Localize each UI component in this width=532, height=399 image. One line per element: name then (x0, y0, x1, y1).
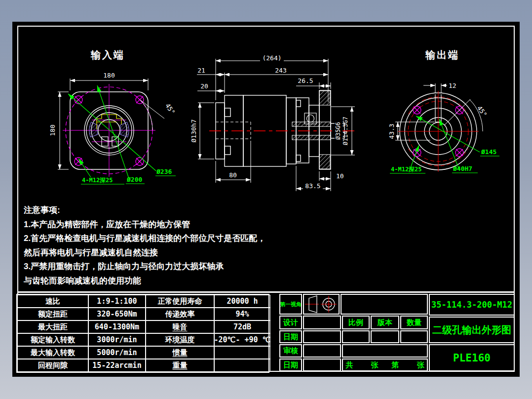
spec-label: 传递效率 (146, 308, 214, 320)
date2-label: 日期 (279, 359, 302, 371)
dim-front: 26.5 (298, 77, 313, 84)
dim-spigot: Ø114.3G7 (342, 117, 349, 145)
first-angle-projection-icon (304, 295, 339, 314)
date2-value-cell (303, 359, 341, 371)
spec-value: 15-22arcmin (88, 359, 146, 372)
dim-pilot: Ø130h7 (190, 120, 197, 143)
spec-label: 速比 (17, 295, 88, 308)
version-label: 版本 (371, 316, 399, 329)
dim-shaft-bore: Ø35G6 (335, 122, 342, 140)
date-label: 日期 (279, 330, 302, 343)
sheet-count-cell: 共 张 第 张 (342, 359, 428, 371)
dim-body: 243 (275, 67, 286, 74)
spec-value: 94% (214, 308, 270, 320)
label-input-bolt-circle: Ø200 (126, 176, 142, 183)
dim-output-angle: 45° (476, 104, 489, 118)
spec-value (214, 346, 270, 359)
audit-value-cell (303, 344, 341, 358)
notes-title: 注意事项: (24, 203, 266, 218)
side-hatching (292, 91, 331, 169)
design-label: 设计 (279, 316, 302, 329)
part-number: 35-114.3-200-M12 (429, 294, 515, 316)
side-hidden-lines (216, 122, 251, 139)
spec-value: 3000r/min (88, 333, 146, 346)
dim-input-height: 180 (49, 124, 56, 136)
date-value-cell (303, 330, 341, 343)
spec-value: 1:9-1:100 (88, 295, 146, 308)
label-output-holes: 4-M12深25 (391, 166, 422, 173)
label-input-holes: 4-M12深25 (82, 177, 113, 184)
cad-viewport: { "colors":{"line":"#ffffff","accent_gre… (0, 0, 532, 399)
dim-overall: (264) (262, 54, 281, 62)
input-view: 180 180 45° Ø236 Ø200 4-M12深25 (49, 72, 176, 184)
spec-value: -20℃- +90 ℃ (214, 333, 270, 346)
note-line: 然后再将电机与行星减速机自然连接 (24, 246, 266, 260)
spec-value: 320-650Nm (88, 308, 146, 320)
scale-value-cell (342, 330, 370, 343)
title-block-blank-cell (341, 294, 428, 315)
quantity-label: 数量 (400, 316, 428, 329)
notes-block: 注意事项: 1.本产品为精密部件，应放在干燥的地方保管 2.首先严格检查电机与行… (24, 203, 266, 288)
model-number: PLE160 (429, 344, 515, 371)
label-output-spigot: Ø145 (481, 148, 496, 156)
output-dimensions (395, 83, 483, 140)
projection-symbol-cell (303, 294, 340, 315)
label-input-outer: Ø236 (156, 168, 172, 175)
dim-motor-len: 80 (229, 171, 237, 179)
note-line: 1.本产品为精密部件，应放在干燥的地方保管 (24, 218, 266, 232)
spec-value: 640-1300Nm (88, 320, 146, 333)
audit-label: 审核 (279, 344, 302, 358)
audit-wide-cell (342, 344, 428, 358)
version-value-cell (371, 330, 399, 343)
quantity-value-cell (400, 330, 428, 343)
spec-label: 环境温度 (146, 333, 214, 346)
label-output-bore: Ø40H7 (453, 165, 472, 172)
spec-label: 噪音 (146, 320, 214, 333)
spec-value (214, 359, 270, 372)
scale-label: 比例 (342, 316, 370, 329)
side-dimensions (197, 59, 355, 191)
dim-keyway-depth: 43.3 (388, 123, 395, 139)
dim-plate: 20 (200, 82, 208, 90)
first-angle-label: 第一视角 (279, 294, 302, 315)
spec-value: 20000 h (214, 295, 270, 308)
output-view: 12 43.3 45° Ø145 Ø40H7 4-M12深25 (388, 82, 499, 173)
dim-output-len: 83.5 (305, 182, 320, 190)
spec-label: 重量 (146, 359, 214, 372)
spec-label: 回程间隙 (17, 359, 88, 372)
spec-label: 额定扭距 (17, 308, 88, 320)
spec-value: 5000r/min (88, 346, 146, 359)
dim-input-width: 180 (103, 72, 114, 79)
note-line: 2.首先严格检查电机与行星减速机相连接的个部位尺寸是否匹配， (24, 232, 266, 246)
spec-label: 最大输入转数 (17, 346, 88, 359)
dim-keyway-width: 12 (449, 82, 456, 89)
spec-label: 最大扭距 (17, 320, 88, 333)
drawing-title: 二级孔输出外形图 (429, 317, 515, 343)
spec-value: 72dB (214, 320, 270, 333)
side-view: (264) 243 21 20 26.5 Ø130h7 Ø35G6 Ø114.3… (190, 54, 355, 191)
note-line: 与齿轮而影响减速机的使用功能 (24, 274, 266, 288)
spec-label: 正常使用寿命 (146, 295, 214, 308)
dim-flange-thk: 10 (336, 172, 344, 180)
spec-table: 速比 1:9-1:100 正常使用寿命 20000 h 额定扭距 320-650… (16, 294, 269, 373)
spec-label: 惯量 (146, 346, 214, 359)
spec-label: 额定输入转数 (17, 333, 88, 346)
dim-adapter: 21 (197, 67, 205, 74)
design-value-cell (303, 316, 341, 329)
note-line: 3.严禁用重物击打，防止轴向力与径向力过大损坏轴承 (24, 260, 266, 274)
dim-input-angle: 45° (164, 102, 176, 116)
